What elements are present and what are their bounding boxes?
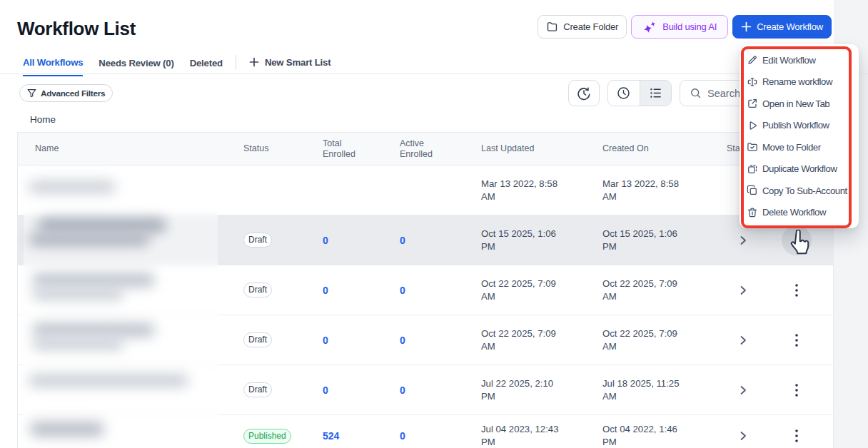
status-badge: Draft [243, 382, 272, 397]
menu-item-rename-workflow[interactable]: Rename workflow [747, 71, 859, 93]
create-workflow-button[interactable]: Create Workflow [732, 15, 832, 39]
page-title: Workflow List [17, 18, 136, 40]
stats-cell [727, 415, 759, 448]
chevron-right-icon [737, 385, 749, 396]
active-enrolled-cell: 0 [400, 384, 481, 397]
row-actions-button[interactable] [782, 375, 812, 405]
kebab-menu-icon [795, 429, 798, 442]
workflow-list-page: Workflow List Create Folder Build using … [0, 0, 868, 448]
column-header-last-updated[interactable]: Last Updated [481, 143, 602, 154]
copy-icon [747, 185, 758, 196]
expand-row-button[interactable] [737, 235, 749, 246]
create-folder-button[interactable]: Create Folder [538, 15, 627, 39]
expand-row-button[interactable] [737, 385, 749, 396]
recent-view-segment[interactable] [608, 81, 640, 106]
total-enrolled-link[interactable]: 0 [323, 335, 328, 346]
filter-funnel-icon [27, 88, 36, 98]
status-badge: Published [243, 429, 291, 444]
menu-item-duplicate-workflow[interactable]: Duplicate Workflow [747, 158, 859, 180]
total-enrolled-link[interactable]: 0 [323, 235, 328, 246]
table-row-6[interactable]: Published 524 0 Jul 04 2023, 12:43 PM Oc… [18, 415, 833, 448]
status-badge: Draft [243, 282, 272, 297]
expand-row-button[interactable] [737, 335, 749, 346]
play-icon [747, 120, 758, 131]
created-on-cell: Oct 22 2025, 7:09 AM [602, 327, 727, 353]
chevron-right-icon [737, 235, 749, 246]
last-updated-cell: Oct 22 2025, 7:09 AM [481, 278, 602, 303]
menu-item-edit-workflow[interactable]: Edit Workflow [747, 49, 859, 71]
total-enrolled-link[interactable]: 0 [323, 385, 328, 396]
last-updated-cell: Oct 15 2025, 1:06 PM [481, 228, 602, 253]
row-actions-button[interactable] [782, 325, 812, 355]
actions-cell [759, 415, 834, 448]
chevron-right-icon [737, 430, 749, 442]
column-header-active-enrolled[interactable]: Active Enrolled [400, 138, 481, 160]
workflow-name-cell [18, 215, 243, 265]
actions-cell [759, 365, 834, 414]
clock-icon [616, 86, 631, 101]
last-updated-cell: Jul 04 2023, 12:43 PM [481, 423, 602, 448]
pencil-icon [747, 54, 758, 66]
duplicate-icon [747, 163, 758, 175]
list-view-segment[interactable] [640, 81, 672, 106]
active-enrolled-link[interactable]: 0 [400, 385, 405, 396]
advanced-filters-button[interactable]: Advanced Filters [19, 84, 113, 102]
total-enrolled-link[interactable]: 524 [323, 430, 339, 442]
workflow-name-cell [18, 166, 243, 215]
rename-icon [747, 76, 758, 88]
expand-row-button[interactable] [737, 430, 749, 442]
row-actions-button[interactable] [782, 275, 812, 305]
workflow-name-cell [18, 265, 243, 315]
row-context-menu: Edit Workflow Rename workflow Open in Ne… [740, 44, 859, 228]
status-badge: Draft [243, 233, 272, 248]
table-row-2[interactable]: Draft 0 0 Oct 15 2025, 1:06 PM Oct 15 20… [18, 215, 833, 265]
total-enrolled-cell: 0 [323, 234, 400, 247]
row-actions-button[interactable] [782, 421, 812, 448]
created-on-cell: Oct 15 2025, 1:06 PM [602, 228, 727, 253]
new-smart-list-button[interactable]: New Smart List [249, 57, 330, 68]
menu-item-delete-workflow[interactable]: Delete Workflow [747, 202, 859, 224]
tab-deleted[interactable]: Deleted [190, 58, 223, 76]
menu-item-copy-to-sub-account[interactable]: Copy To Sub-Account [747, 180, 859, 202]
table-row-1[interactable]: Mar 13 2022, 8:58 AM Mar 13 2022, 8:58 A… [18, 166, 833, 215]
header-actions: Create Folder Build using AI Create Work… [538, 15, 832, 39]
expand-row-button[interactable] [737, 285, 749, 296]
created-on-cell: Oct 04 2022, 1:46 PM [602, 423, 727, 448]
table-row-5[interactable]: Draft 0 0 Jul 22 2025, 2:10 PM Jul 18 20… [18, 365, 833, 415]
menu-item-move-to-folder[interactable]: Move to Folder [747, 136, 859, 158]
table-row-3[interactable]: Draft 0 0 Oct 22 2025, 7:09 AM Oct 22 20… [18, 265, 833, 315]
active-enrolled-cell: 0 [400, 334, 481, 347]
kebab-menu-icon [795, 284, 798, 297]
kebab-menu-icon [795, 334, 798, 347]
breadcrumb-home[interactable]: Home [30, 114, 56, 125]
total-enrolled-link[interactable]: 0 [323, 285, 328, 296]
active-enrolled-cell: 0 [400, 284, 481, 297]
total-enrolled-cell: 524 [323, 429, 400, 442]
last-updated-cell: Oct 22 2025, 7:09 AM [481, 327, 602, 353]
row-actions-button[interactable] [782, 225, 812, 255]
active-enrolled-cell: 0 [400, 429, 481, 442]
column-header-created-on[interactable]: Created On [602, 143, 727, 154]
tab-needs-review[interactable]: Needs Review (0) [99, 58, 173, 76]
active-enrolled-link[interactable]: 0 [400, 235, 405, 246]
enrollment-history-button[interactable] [568, 80, 600, 106]
column-header-total-enrolled[interactable]: Total Enrolled [323, 138, 400, 160]
column-header-name[interactable]: Name [18, 143, 243, 154]
total-enrolled-cell: 0 [323, 284, 400, 297]
plus-icon [249, 57, 259, 67]
menu-item-open-in-new-tab[interactable]: Open in New Tab [747, 93, 859, 115]
build-using-ai-button[interactable]: Build using AI [631, 15, 728, 39]
last-updated-cell: Jul 22 2025, 2:10 PM [481, 377, 602, 403]
status-cell: Draft [243, 282, 323, 297]
active-enrolled-link[interactable]: 0 [400, 430, 405, 442]
tab-divider [236, 55, 236, 70]
column-header-status[interactable]: Status [243, 143, 323, 154]
table-row-4[interactable]: Draft 0 0 Oct 22 2025, 7:09 AM Oct 22 20… [18, 315, 833, 365]
active-enrolled-link[interactable]: 0 [400, 285, 405, 296]
created-on-cell: Jul 18 2025, 11:25 AM [602, 377, 727, 403]
menu-item-publish-workflow[interactable]: Publish Workflow [747, 115, 859, 137]
tabs: All Workflows Needs Review (0) Deleted N… [23, 53, 330, 73]
workflow-name-cell [18, 415, 243, 448]
active-enrolled-link[interactable]: 0 [400, 335, 405, 346]
kebab-menu-icon [795, 234, 798, 247]
